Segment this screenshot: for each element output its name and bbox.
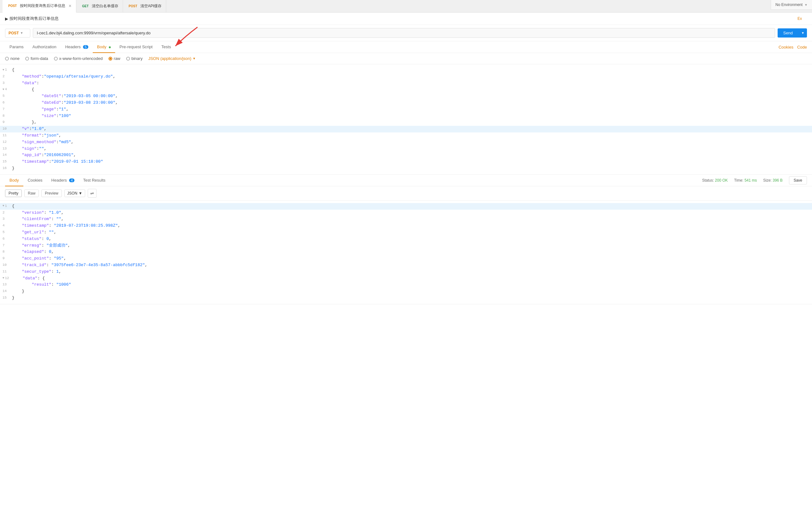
- line-num-16: 16: [2, 165, 12, 171]
- send-button[interactable]: Send ▼: [778, 28, 807, 37]
- tab-close-icon[interactable]: ✕: [68, 4, 71, 8]
- json-format-select[interactable]: JSON ▼: [64, 189, 85, 197]
- wrap-button[interactable]: ⇌: [88, 189, 96, 198]
- resp-code-line-10: 10 "track_id": "3975fee6-23e7-4e35-8a57-…: [0, 262, 812, 269]
- code-line-3: 3 "data":: [0, 80, 812, 87]
- resp-code-content-11: "secur_type": 1,: [12, 269, 810, 275]
- line-num-9: 9: [2, 119, 12, 125]
- tab-method-badge: GET: [81, 4, 90, 8]
- resp-code-line-11: 11 "secur_type": 1,: [0, 269, 812, 275]
- code-content-3: "data":: [12, 80, 810, 87]
- size-value: 396 B: [773, 178, 782, 183]
- time-info: Time: 541 ms: [734, 178, 757, 183]
- code-line-4: ▼4 {: [0, 86, 812, 93]
- status-label: Status: 200 OK: [702, 178, 728, 183]
- tab-method-badge: POST: [127, 4, 139, 8]
- tab-prerequest[interactable]: Pre-request Script: [115, 41, 157, 53]
- radio-none-label: none: [10, 56, 20, 61]
- tab-params[interactable]: Params: [5, 41, 28, 53]
- line-num-8: 8: [2, 113, 12, 119]
- line-num-5: 5: [2, 93, 12, 99]
- url-input[interactable]: [33, 28, 775, 38]
- code-content-11: "format":"json",: [12, 132, 810, 139]
- tab-post-api-cache[interactable]: POST 清空API缓存: [123, 0, 167, 12]
- resp-tab-headers[interactable]: Headers 4: [47, 175, 79, 186]
- resp-line-num-11: 11: [2, 269, 12, 275]
- code-line-7: 7 "page":"1",: [0, 106, 812, 113]
- resp-tab-testresults[interactable]: Test Results: [79, 175, 110, 186]
- preview-button[interactable]: Preview: [41, 189, 62, 197]
- url-bar: POST ▼ Send ▼: [0, 25, 812, 41]
- code-content-9: },: [12, 119, 810, 126]
- response-section: Body Cookies Headers 4 Test Results Stat…: [0, 175, 812, 304]
- code-line-11: 11 "format":"json",: [0, 132, 812, 139]
- resp-code-content-8: "elapsed": 0,: [12, 249, 810, 255]
- resp-code-line-2: 2 "version": "1.0",: [0, 210, 812, 216]
- tab-title: 按时间段查询售后订单信息: [20, 3, 65, 8]
- response-body-editor[interactable]: ▼1 { 2 "version": "1.0", 3 "clientFrom":…: [0, 201, 812, 304]
- line-num-10: 10: [2, 126, 12, 132]
- body-dot-icon: [109, 47, 111, 48]
- tab-body-label: Body: [97, 44, 107, 49]
- code-line-15: 15 "timestamp":"2019-07-01 15:18:00": [0, 159, 812, 165]
- tab-headers-label: Headers: [65, 44, 81, 49]
- wrap-icon: ⇌: [90, 191, 94, 196]
- tab-post-aftersale[interactable]: POST 按时间段查询售后订单信息 ✕: [2, 0, 76, 12]
- tab-method-badge: POST: [7, 4, 18, 8]
- tab-title: 清空白名单缓存: [92, 3, 118, 9]
- tab-title: 清空API缓存: [140, 3, 162, 9]
- code-content-15: "timestamp":"2019-07-01 15:18:00": [12, 159, 810, 165]
- radio-form-data[interactable]: form-data: [25, 56, 48, 61]
- resp-line-num-14: 14: [2, 288, 12, 294]
- resp-code-line-5: 5 "get_url": "",: [0, 229, 812, 236]
- code-link[interactable]: Code: [797, 45, 807, 50]
- radio-none[interactable]: none: [5, 56, 20, 61]
- resp-line-num-8: 8: [2, 249, 12, 255]
- code-content-5: "dateSt":"2019-03-05 00:00:00",: [12, 93, 810, 100]
- code-line-6: 6 "dateEd":"2019-03-08 23:00:00",: [0, 100, 812, 106]
- resp-tab-cookies[interactable]: Cookies: [23, 175, 47, 186]
- resp-headers-badge: 4: [69, 179, 74, 182]
- tab-headers[interactable]: Headers 5: [61, 41, 93, 53]
- code-line-13: 13 "sign":"",: [0, 146, 812, 152]
- resp-line-num-1: ▼1: [2, 203, 12, 209]
- line-num-13: 13: [2, 146, 12, 152]
- resp-tab-headers-label: Headers: [51, 178, 67, 183]
- resp-line-num-10: 10: [2, 262, 12, 268]
- save-button[interactable]: Save: [789, 176, 807, 184]
- radio-urlencoded[interactable]: x-www-form-urlencoded: [54, 56, 103, 61]
- radio-binary[interactable]: binary: [126, 56, 143, 61]
- method-select[interactable]: POST ▼: [5, 29, 30, 37]
- code-content-2: "method":"openapi/aftersale/query.do",: [12, 73, 810, 80]
- resp-tab-body-label: Body: [9, 178, 19, 183]
- tab-body[interactable]: Body: [93, 41, 115, 53]
- resp-code-content-5: "get_url": "",: [12, 229, 810, 236]
- request-body-editor[interactable]: ▼1 { 2 "method":"openapi/aftersale/query…: [0, 64, 812, 175]
- radio-raw[interactable]: raw: [109, 56, 120, 61]
- code-line-1: ▼1 {: [0, 67, 812, 73]
- resp-code-content-4: "timestamp": "2019-07-23T19:08:25.998Z",: [12, 223, 810, 229]
- resp-tab-body[interactable]: Body: [5, 175, 23, 186]
- pretty-button[interactable]: Pretty: [5, 189, 22, 197]
- code-line-2: 2 "method":"openapi/aftersale/query.do",: [0, 73, 812, 80]
- code-line-10: 10 "v":"1.0",: [0, 126, 812, 132]
- resp-code-line-15: 15 }: [0, 295, 812, 301]
- resp-line-num-2: 2: [2, 210, 12, 216]
- raw-button[interactable]: Raw: [24, 189, 39, 197]
- cookies-link[interactable]: Cookies: [779, 45, 793, 50]
- env-bar[interactable]: No Environment ▼: [771, 0, 812, 10]
- resp-code-content-13: "result": "1006": [12, 281, 810, 288]
- code-content-7: "page":"1",: [12, 106, 810, 113]
- response-tabs: Body Cookies Headers 4 Test Results Stat…: [0, 175, 812, 186]
- request-tabs: Params Authorization Headers 5 Body Pre-…: [0, 41, 812, 53]
- method-value: POST: [8, 31, 19, 35]
- resp-line-num-12: ▼12: [2, 275, 13, 281]
- code-content-16: }: [12, 165, 810, 172]
- send-btn-arrow-icon[interactable]: ▼: [799, 29, 807, 37]
- response-format-row: Pretty Raw Preview JSON ▼ ⇌: [0, 186, 812, 201]
- tab-get-whitelist[interactable]: GET 清空白名单缓存: [76, 0, 123, 12]
- body-type-row: none form-data x-www-form-urlencoded raw…: [0, 53, 812, 64]
- tab-authorization[interactable]: Authorization: [28, 41, 61, 53]
- json-type-chevron: ▼: [193, 57, 196, 60]
- code-content-12: "sign_meothod":"md5",: [12, 139, 810, 146]
